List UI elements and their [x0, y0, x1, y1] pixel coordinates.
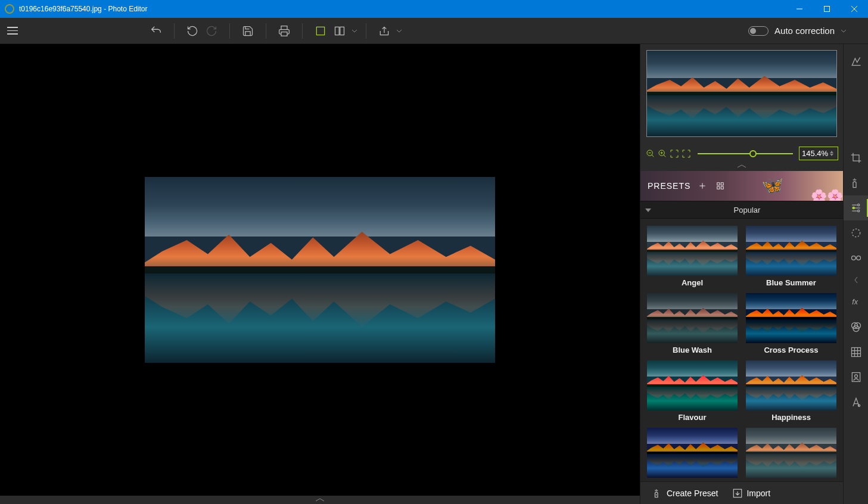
save-button[interactable]: [238, 21, 257, 41]
right-toolstrip: fx: [843, 44, 868, 504]
zoom-value-input[interactable]: 145.4%: [799, 147, 838, 160]
color-tool[interactable]: [844, 315, 869, 340]
chevron-down-icon[interactable]: [351, 28, 357, 34]
svg-rect-2: [335, 27, 340, 35]
minimize-button[interactable]: [786, 0, 813, 18]
separator: [302, 23, 303, 39]
preset-label: Blue Summer: [766, 278, 816, 287]
collapse-triangle-icon: [645, 209, 651, 212]
portrait-tool[interactable]: [844, 365, 869, 390]
preset-label: Happiness: [771, 413, 811, 422]
preset-item[interactable]: Blue Wash: [646, 293, 738, 354]
toggle-switch: [748, 26, 769, 36]
canvas-image: [145, 177, 495, 363]
share-button[interactable]: [375, 21, 394, 41]
panel-footer: Create Preset Import: [640, 481, 843, 504]
redeye-tool[interactable]: [844, 245, 869, 270]
svg-point-13: [857, 210, 859, 211]
zoom-actual-icon[interactable]: [681, 148, 692, 159]
zoom-in-icon[interactable]: [657, 148, 668, 159]
presets-tool[interactable]: [844, 195, 869, 220]
preset-item[interactable]: Angel: [646, 226, 738, 287]
import-label: Import: [746, 489, 770, 498]
svg-rect-0: [825, 7, 830, 12]
separator: [266, 23, 266, 39]
texture-tool[interactable]: [844, 340, 869, 365]
preset-thumbnail: [647, 428, 738, 478]
create-preset-button[interactable]: Create Preset: [652, 488, 718, 499]
toolstrip-expand[interactable]: [852, 270, 860, 290]
grid-view-icon[interactable]: [714, 180, 726, 192]
preset-item[interactable]: Flavour: [646, 360, 738, 422]
add-preset-icon[interactable]: [696, 180, 708, 192]
svg-point-23: [854, 375, 857, 378]
preset-category-label: Popular: [656, 206, 838, 214]
separator: [366, 23, 366, 39]
navigator-collapse[interactable]: [640, 161, 843, 171]
histogram-tool[interactable]: [844, 49, 869, 74]
preset-label: Angel: [682, 278, 703, 287]
create-preset-label: Create Preset: [667, 489, 718, 498]
svg-point-11: [857, 204, 859, 206]
maximize-button[interactable]: [813, 0, 841, 18]
presets-scroll-area[interactable]: AngelBlue SummerBlue WashCross ProcessFl…: [640, 219, 843, 481]
preset-thumbnail: [647, 226, 738, 276]
preset-thumbnail: [746, 226, 836, 276]
chevron-down-icon: [841, 28, 847, 34]
preset-thumbnail: [746, 293, 836, 343]
separator: [174, 23, 175, 39]
side-panel: 145.4% PRESETS 🦋 🌸🌸 Popular AngelBlue Su…: [640, 44, 843, 504]
svg-point-14: [852, 229, 860, 237]
navigator-panel: [640, 44, 843, 143]
preset-item[interactable]: Holiday: [646, 428, 738, 481]
crop-tool[interactable]: [844, 145, 869, 170]
menu-button[interactable]: [4, 22, 21, 40]
preset-label: Blue Wash: [673, 346, 712, 354]
svg-rect-3: [340, 27, 344, 35]
svg-rect-6: [717, 183, 720, 185]
presets-title: PRESETS: [648, 181, 690, 191]
zoom-controls: 145.4%: [640, 143, 843, 161]
svg-text:fx: fx: [852, 298, 858, 306]
preset-item[interactable]: Blue Summer: [745, 226, 837, 287]
preset-label: Cross Process: [764, 346, 818, 354]
compare-view-button[interactable]: [330, 21, 349, 41]
preset-item[interactable]: Cross Process: [745, 293, 837, 354]
undo-step-button[interactable]: [183, 21, 202, 41]
svg-point-12: [853, 207, 854, 209]
zoom-slider[interactable]: [698, 148, 793, 160]
auto-correction-toggle[interactable]: Auto correction: [748, 26, 847, 36]
single-view-button[interactable]: [311, 21, 330, 41]
preset-category-row[interactable]: Popular: [640, 201, 843, 219]
undo-button[interactable]: [147, 21, 166, 41]
svg-rect-21: [851, 348, 860, 357]
print-button[interactable]: [275, 21, 294, 41]
auto-correction-label: Auto correction: [774, 26, 835, 36]
preset-item[interactable]: Instant: [745, 428, 837, 481]
import-button[interactable]: Import: [732, 488, 770, 499]
zoom-value-text: 145.4%: [802, 149, 828, 158]
svg-point-15: [851, 256, 855, 260]
presets-header: PRESETS 🦋 🌸🌸: [640, 171, 843, 201]
zoom-fit-icon[interactable]: [669, 148, 680, 159]
chevron-down-icon[interactable]: [396, 28, 402, 34]
zoom-out-icon[interactable]: [645, 148, 656, 159]
butterfly-decoration: 🦋: [761, 175, 783, 195]
selection-tool[interactable]: [844, 220, 869, 245]
effects-tool[interactable]: fx: [844, 290, 869, 315]
adjust-tool[interactable]: [844, 170, 869, 195]
main-toolbar: Auto correction: [0, 18, 868, 44]
bottom-panel-expand[interactable]: [0, 496, 640, 504]
preset-thumbnail: [746, 428, 836, 478]
text-tool[interactable]: [844, 390, 869, 415]
svg-point-16: [856, 256, 860, 260]
close-button[interactable]: [841, 0, 868, 18]
canvas-viewport[interactable]: [0, 44, 640, 496]
redo-step-button[interactable]: [202, 21, 221, 41]
svg-rect-22: [852, 373, 860, 382]
canvas-area: [0, 44, 640, 504]
navigator-thumbnail[interactable]: [646, 50, 837, 137]
flowers-decoration: 🌸🌸: [811, 189, 843, 201]
preset-thumbnail: [647, 360, 738, 410]
preset-item[interactable]: Happiness: [745, 360, 837, 422]
